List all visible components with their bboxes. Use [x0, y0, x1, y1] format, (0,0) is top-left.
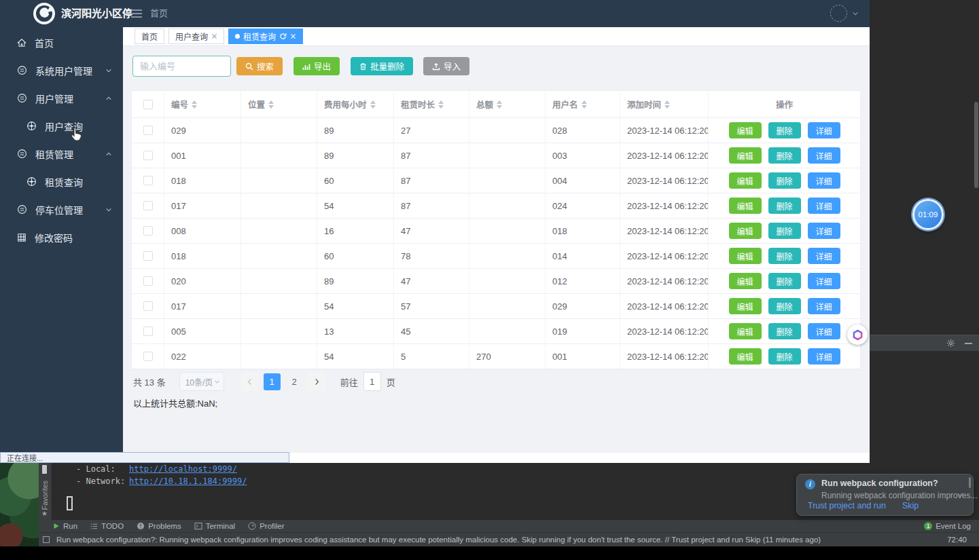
sidebar-item-user-mgmt[interactable]: 用户管理: [0, 84, 123, 112]
detail-button[interactable]: 详细: [808, 172, 840, 189]
notification-link-trust-project-and-run[interactable]: Trust project and run: [808, 501, 886, 510]
close-icon[interactable]: [290, 33, 296, 39]
column-header-7[interactable]: 添加时间: [620, 91, 709, 117]
export-button[interactable]: 导出: [293, 57, 340, 75]
close-icon[interactable]: [211, 33, 217, 39]
delete-button[interactable]: 删除: [768, 248, 801, 264]
detail-button[interactable]: 详细: [808, 298, 840, 314]
delete-button[interactable]: 删除: [768, 172, 801, 189]
edit-button[interactable]: 编辑: [729, 323, 762, 339]
column-header-1[interactable]: 编号: [164, 91, 241, 117]
breadcrumb[interactable]: 首页: [150, 0, 168, 27]
page-size-select[interactable]: 10条/页: [179, 372, 224, 391]
detail-button[interactable]: 详细: [808, 248, 840, 264]
column-header-2[interactable]: 位置: [241, 91, 317, 117]
detail-button[interactable]: 详细: [808, 223, 840, 239]
tab-home[interactable]: 首页: [135, 29, 164, 44]
row-checkbox[interactable]: [143, 352, 153, 361]
search-button[interactable]: 搜索: [236, 57, 283, 75]
edit-button[interactable]: 编辑: [729, 298, 762, 314]
extension-overlay-badge[interactable]: [847, 324, 868, 345]
row-checkbox[interactable]: [143, 301, 153, 311]
row-checkbox[interactable]: [143, 151, 153, 160]
gear-icon[interactable]: [946, 339, 955, 348]
prev-page-button[interactable]: [241, 372, 258, 391]
edit-button[interactable]: 编辑: [729, 122, 762, 138]
row-checkbox[interactable]: [143, 276, 153, 286]
sidebar-item-change-password[interactable]: 修改密码: [0, 223, 123, 251]
status-bar-icon[interactable]: [43, 536, 50, 543]
sort-caret-icon[interactable]: [497, 100, 502, 109]
delete-button[interactable]: 删除: [768, 223, 801, 239]
edit-button[interactable]: 编辑: [729, 248, 762, 264]
page-button-2[interactable]: 2: [286, 373, 303, 390]
edit-button[interactable]: 编辑: [729, 223, 762, 239]
delete-button[interactable]: 删除: [768, 147, 801, 164]
delete-button[interactable]: 删除: [768, 348, 801, 365]
sidebar-item-system-users[interactable]: 系统用户管理: [0, 56, 123, 84]
editor-scrollbar[interactable]: [974, 102, 978, 188]
detail-button[interactable]: 详细: [808, 323, 840, 339]
row-checkbox[interactable]: [143, 251, 153, 261]
sort-caret-icon[interactable]: [582, 100, 587, 109]
column-header-3[interactable]: 费用每小时: [317, 91, 394, 117]
delete-button[interactable]: 删除: [768, 122, 801, 138]
toolwindow-tab-problems[interactable]: Problems: [137, 522, 181, 530]
sort-caret-icon[interactable]: [268, 100, 274, 109]
edit-button[interactable]: 编辑: [729, 273, 762, 289]
toolwindow-tab-profiler[interactable]: Profiler: [248, 522, 284, 530]
detail-button[interactable]: 详细: [808, 122, 840, 138]
sort-caret-icon[interactable]: [370, 100, 376, 109]
tab-rental-query[interactable]: 租赁查询: [228, 29, 303, 44]
row-checkbox[interactable]: [143, 126, 153, 135]
goto-page-input[interactable]: [363, 372, 381, 391]
favorites-tool-stripe[interactable]: Favorites ★: [39, 463, 52, 520]
row-checkbox[interactable]: [143, 176, 153, 185]
row-checkbox[interactable]: [143, 226, 153, 236]
column-header-4[interactable]: 租赁时长: [394, 91, 469, 117]
user-menu[interactable]: [830, 5, 859, 22]
detail-button[interactable]: 详细: [808, 273, 840, 289]
select-all-checkbox[interactable]: [143, 100, 153, 109]
notification-link-skip[interactable]: Skip: [902, 501, 919, 510]
sidebar-item-rental-mgmt[interactable]: 租赁管理: [0, 140, 123, 168]
edit-button[interactable]: 编辑: [729, 172, 762, 189]
detail-button[interactable]: 详细: [808, 348, 840, 365]
import-button[interactable]: 导入: [423, 57, 469, 75]
edit-button[interactable]: 编辑: [729, 348, 762, 365]
toolwindow-tab-run[interactable]: Run: [53, 522, 77, 530]
toolwindow-tab-todo[interactable]: TODO: [90, 522, 124, 530]
hamburger-icon[interactable]: [131, 10, 142, 18]
page-button-1[interactable]: 1: [264, 373, 281, 390]
delete-button[interactable]: 删除: [768, 298, 801, 314]
next-page-button[interactable]: [308, 372, 325, 391]
toolwindow-tab-terminal[interactable]: Terminal: [194, 522, 235, 530]
delete-button[interactable]: 删除: [768, 198, 801, 214]
sort-caret-icon[interactable]: [192, 100, 197, 109]
sidebar-item-home[interactable]: 首页: [0, 29, 123, 56]
sidebar-item-user-query[interactable]: 用户查询: [0, 112, 123, 140]
sort-caret-icon[interactable]: [438, 100, 444, 109]
delete-button[interactable]: 删除: [768, 273, 801, 289]
edit-button[interactable]: 编辑: [729, 198, 762, 214]
detail-button[interactable]: 详细: [808, 147, 840, 164]
sort-caret-icon[interactable]: [664, 100, 670, 109]
sidebar-item-rental-query[interactable]: 租赁查询: [0, 168, 123, 195]
row-checkbox[interactable]: [143, 201, 153, 210]
batch-delete-button[interactable]: 批量删除: [351, 57, 413, 75]
column-header-5[interactable]: 总额: [469, 91, 546, 117]
detail-button[interactable]: 详细: [808, 198, 840, 214]
minimize-icon[interactable]: [965, 343, 972, 344]
tab-user-query[interactable]: 用户查询: [168, 29, 224, 44]
chevron-down-icon[interactable]: [957, 491, 964, 499]
local-url-link[interactable]: http://localhost:9999/: [129, 464, 237, 474]
favorites-stripe-label[interactable]: Favorites: [41, 481, 49, 510]
sidebar-item-parking-mgmt[interactable]: 停车位管理: [0, 195, 123, 223]
notification-scrollbar[interactable]: [969, 477, 971, 488]
delete-button[interactable]: 删除: [768, 323, 801, 339]
network-url-link[interactable]: http://10.18.1.184:9999/: [129, 477, 247, 486]
row-checkbox[interactable]: [143, 326, 153, 336]
search-input[interactable]: [132, 56, 231, 77]
column-header-6[interactable]: 用户名: [546, 91, 620, 117]
edit-button[interactable]: 编辑: [729, 147, 762, 164]
